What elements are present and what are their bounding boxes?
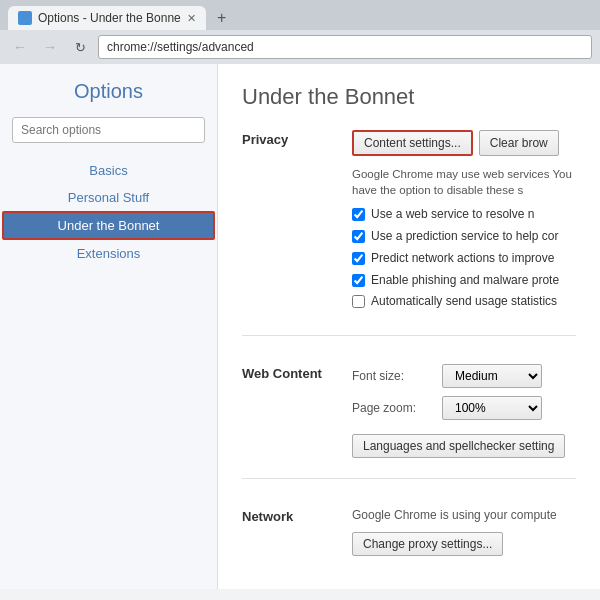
network-section: Network Google Chrome is using your comp… bbox=[242, 507, 576, 576]
active-tab[interactable]: Options - Under the Bonne ✕ bbox=[8, 6, 206, 30]
browser-chrome: Options - Under the Bonne ✕ + ← → ↻ bbox=[0, 0, 600, 64]
content-area: Options Basics Personal Stuff Under the … bbox=[0, 64, 600, 589]
checkbox-phishing[interactable] bbox=[352, 274, 365, 287]
page-zoom-select[interactable]: 100% bbox=[442, 396, 542, 420]
network-description: Google Chrome is using your compute bbox=[352, 507, 576, 524]
page-zoom-row: Page zoom: 100% bbox=[352, 396, 576, 420]
web-content-section: Web Content Font size: Medium Page zoom:… bbox=[242, 364, 576, 479]
reload-button[interactable]: ↻ bbox=[68, 35, 92, 59]
sidebar-item-basics[interactable]: Basics bbox=[0, 157, 217, 184]
checkbox-web-service[interactable] bbox=[352, 208, 365, 221]
sidebar-nav: Basics Personal Stuff Under the Bonnet E… bbox=[0, 157, 217, 267]
tab-bar: Options - Under the Bonne ✕ + bbox=[0, 0, 600, 30]
page-title: Under the Bonnet bbox=[242, 84, 576, 110]
tab-title: Options - Under the Bonne bbox=[38, 11, 181, 25]
checkbox-prediction[interactable] bbox=[352, 230, 365, 243]
page-zoom-label: Page zoom: bbox=[352, 401, 432, 415]
font-size-row: Font size: Medium bbox=[352, 364, 576, 388]
address-bar-row: ← → ↻ bbox=[0, 30, 600, 64]
sidebar-item-under-the-bonnet[interactable]: Under the Bonnet bbox=[2, 211, 215, 240]
tab-favicon bbox=[18, 11, 32, 25]
sidebar: Options Basics Personal Stuff Under the … bbox=[0, 64, 218, 589]
address-input[interactable] bbox=[98, 35, 592, 59]
checkbox-label-2: Predict network actions to improve bbox=[371, 250, 554, 267]
privacy-label: Privacy bbox=[242, 130, 352, 315]
privacy-content: Content settings... Clear brow Google Ch… bbox=[352, 130, 576, 315]
search-input[interactable] bbox=[12, 117, 205, 143]
font-size-label: Font size: bbox=[352, 369, 432, 383]
new-tab-button[interactable]: + bbox=[210, 6, 234, 30]
web-content-label: Web Content bbox=[242, 364, 352, 458]
font-size-select[interactable]: Medium bbox=[442, 364, 542, 388]
checkbox-item-0: Use a web service to resolve n bbox=[352, 206, 576, 223]
search-box bbox=[12, 117, 205, 143]
checkbox-usage-stats[interactable] bbox=[352, 295, 365, 308]
privacy-description: Google Chrome may use web services You h… bbox=[352, 166, 576, 198]
sidebar-title: Options bbox=[0, 80, 217, 103]
checkbox-label-4: Automatically send usage statistics bbox=[371, 293, 557, 310]
sidebar-item-extensions[interactable]: Extensions bbox=[0, 240, 217, 267]
privacy-buttons: Content settings... Clear brow bbox=[352, 130, 576, 156]
checkbox-item-4: Automatically send usage statistics bbox=[352, 293, 576, 310]
privacy-section: Privacy Content settings... Clear brow G… bbox=[242, 130, 576, 336]
checkbox-item-3: Enable phishing and malware prote bbox=[352, 272, 576, 289]
checkbox-network-actions[interactable] bbox=[352, 252, 365, 265]
checkbox-item-1: Use a prediction service to help cor bbox=[352, 228, 576, 245]
content-settings-button[interactable]: Content settings... bbox=[352, 130, 473, 156]
web-content-content: Font size: Medium Page zoom: 100% Langua… bbox=[352, 364, 576, 458]
sidebar-item-personal-stuff[interactable]: Personal Stuff bbox=[0, 184, 217, 211]
back-button[interactable]: ← bbox=[8, 35, 32, 59]
checkbox-label-1: Use a prediction service to help cor bbox=[371, 228, 558, 245]
languages-button[interactable]: Languages and spellchecker setting bbox=[352, 434, 565, 458]
checkbox-label-3: Enable phishing and malware prote bbox=[371, 272, 559, 289]
checkbox-item-2: Predict network actions to improve bbox=[352, 250, 576, 267]
network-label: Network bbox=[242, 507, 352, 556]
forward-button[interactable]: → bbox=[38, 35, 62, 59]
network-content: Google Chrome is using your compute Chan… bbox=[352, 507, 576, 556]
checkbox-label-0: Use a web service to resolve n bbox=[371, 206, 534, 223]
change-proxy-button[interactable]: Change proxy settings... bbox=[352, 532, 503, 556]
clear-browsing-button[interactable]: Clear brow bbox=[479, 130, 559, 156]
tab-close-icon[interactable]: ✕ bbox=[187, 12, 196, 25]
main-panel: Under the Bonnet Privacy Content setting… bbox=[218, 64, 600, 589]
